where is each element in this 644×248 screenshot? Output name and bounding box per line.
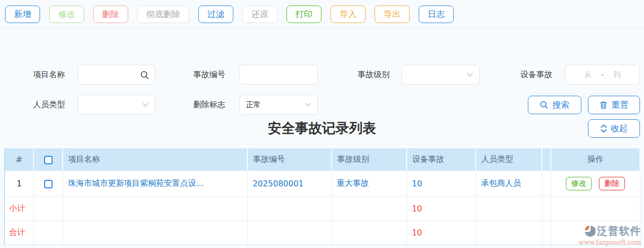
spacer-cell [542,171,551,196]
watermark-brand: 泛普软件 [597,224,641,238]
log-button[interactable]: 日志 [419,6,454,23]
purge-button[interactable]: 彻底删除 [137,6,189,23]
project-name-label: 项目名称 [0,65,65,85]
header-personnel-type: 人员类型 [476,148,542,171]
range-separator: - [601,70,603,79]
page-title: 安全事故记录列表 [0,119,644,137]
select-all-checkbox[interactable] [44,156,53,164]
filter-form: 项目名称 事故编号 事故级别 设备事故 - 人员类型 [0,29,644,114]
import-button[interactable]: 导入 [331,6,366,23]
restore-button[interactable]: 还原 [242,6,277,23]
subtotal-equipment-accident: 10 [407,196,476,220]
delete-flag-value: 正常 [246,100,261,110]
chevron-down-icon [142,100,149,109]
accident-level-select[interactable] [402,65,480,85]
add-button[interactable]: 新增 [5,6,40,23]
watermark-url: www.fanpusoft.com [570,238,641,246]
header-equipment-accident: 设备事故 [407,148,476,171]
cell-accident-level: 重大事故 [332,171,407,196]
empty-cell [476,220,542,244]
empty-cell [247,196,332,220]
accident-no-input[interactable] [239,65,318,85]
spacer-cell [542,196,551,220]
accident-no-label: 事故编号 [160,65,225,85]
empty-cell [332,220,407,244]
cell-equipment-accident: 10 [407,171,476,196]
delete-flag-select[interactable]: 正常 [239,95,318,115]
total-row: 合计 10 [5,220,640,244]
fanpu-logo-icon [584,225,595,237]
reset-button[interactable]: 重置 [588,96,640,114]
header-actions: 操作 [551,148,640,171]
cell-accident-no: 2025080001 [247,171,332,196]
project-name-input[interactable] [78,65,155,84]
export-button[interactable]: 导出 [375,6,410,23]
subtotal-row: 小计 10 [5,196,640,220]
cell-personnel-type: 承包商人员 [476,171,542,196]
table-row: 1 珠海市城市更新项目紫桐苑安置点设... 2025080001 重大事故 10… [5,171,640,196]
personnel-type-label: 人员类型 [0,95,65,115]
project-name-field[interactable] [78,65,155,85]
row-checkbox-cell [34,171,63,196]
cell-project-name[interactable]: 珠海市城市更新项目紫桐苑安置点设... [63,171,247,196]
accident-level-label: 事故级别 [325,65,390,85]
header-checkbox-cell [34,148,63,171]
delete-button[interactable]: 删除 [93,6,128,23]
equipment-accident-to-input[interactable] [606,70,628,79]
table-header-row: # 项目名称 事故编号 事故级别 设备事故 人员类型 操作 [5,148,640,171]
empty-cell [63,220,247,244]
row-index: 1 [5,171,34,196]
empty-cell [63,196,247,220]
print-button[interactable]: 打印 [286,6,321,23]
trash-icon [599,101,607,109]
personnel-type-select[interactable] [78,95,155,115]
search-button[interactable]: 搜索 [528,96,581,114]
search-button-label: 搜索 [552,99,569,111]
empty-cell [34,220,63,244]
equipment-accident-label: 设备事故 [487,65,552,85]
accident-table: # 项目名称 事故编号 事故级别 设备事故 人员类型 操作 1 珠海市城市更新项… [4,148,640,245]
spacer-cell [542,220,551,244]
watermark: 泛普软件 www.fanpusoft.com [570,224,641,246]
reset-button-label: 重置 [611,99,628,111]
header-spacer [542,148,551,171]
empty-cell [551,196,640,220]
empty-cell [332,196,407,220]
total-equipment-accident: 10 [407,220,476,244]
cell-actions: 修改 删除 [551,171,640,196]
empty-cell [34,196,63,220]
header-project-name: 项目名称 [63,148,247,171]
filter-button[interactable]: 过滤 [198,6,233,23]
row-edit-button[interactable]: 修改 [566,177,592,190]
header-index: # [5,148,34,171]
header-accident-level: 事故级别 [332,148,407,171]
subtotal-label: 小计 [5,196,34,220]
chevron-down-icon [467,70,473,79]
total-label: 合计 [5,220,34,244]
header-accident-no: 事故编号 [247,148,332,171]
chevron-down-icon [305,100,311,109]
equipment-accident-range[interactable]: - [565,65,640,85]
row-checkbox[interactable] [44,180,53,188]
toolbar: 新增 修改 删除 彻底删除 过滤 还原 打印 导入 导出 日志 [0,0,644,29]
equipment-accident-from-input[interactable] [577,70,599,79]
row-delete-button[interactable]: 删除 [599,177,625,190]
delete-flag-label: 删除标志 [160,95,225,115]
empty-cell [247,220,332,244]
search-icon [540,101,548,109]
empty-cell [476,196,542,220]
edit-button[interactable]: 修改 [49,6,84,23]
